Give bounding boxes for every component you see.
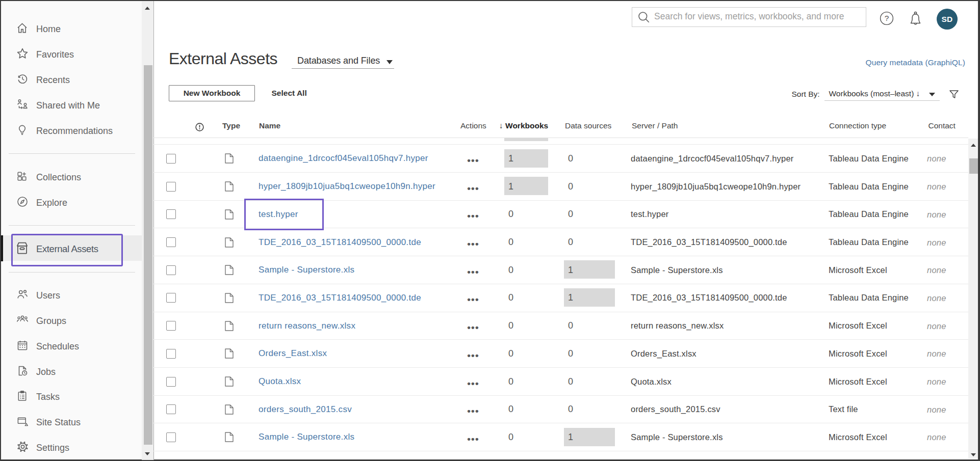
svg-text:?: ? xyxy=(885,14,889,22)
